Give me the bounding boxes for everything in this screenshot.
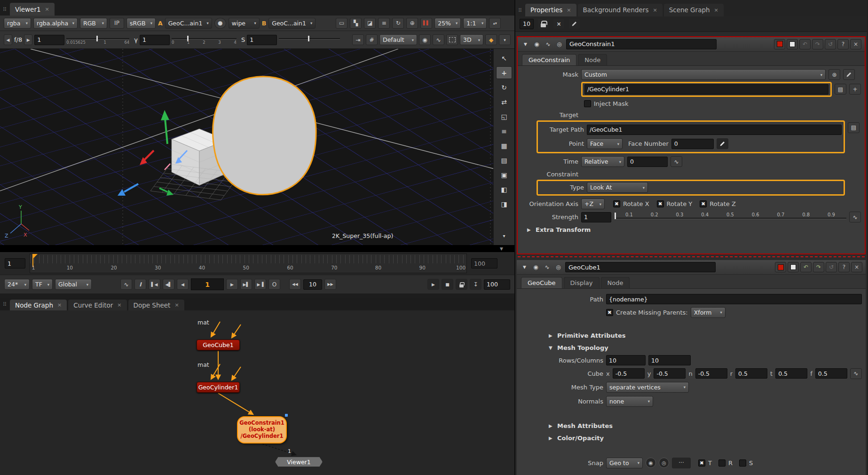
color-opacity-expander[interactable]: ▶ Color/Opacity	[549, 432, 862, 444]
input-mode-button[interactable]: I	[134, 279, 146, 290]
curve-editor-icon[interactable]: ∿	[543, 264, 552, 270]
panel-divider[interactable]	[518, 256, 865, 260]
snap-t-checkbox[interactable]: ✖	[698, 459, 705, 467]
tab-curve-editor[interactable]: Curve Editor ×	[68, 300, 126, 310]
flipbook-play-button[interactable]: ▶	[427, 279, 439, 290]
rotate-tool-icon[interactable]: ↻	[496, 81, 512, 94]
3d-viewport[interactable]: Y Z X 2K_Super_35(full-ap)	[0, 49, 493, 245]
textured-display-icon[interactable]: ▣	[496, 168, 512, 181]
wipe-mode-dropdown[interactable]: wipe▾	[229, 18, 260, 29]
mask-dropdown[interactable]: Custom▾	[581, 69, 826, 80]
time-dropdown[interactable]: Relative▾	[581, 156, 624, 167]
undo-button[interactable]: ↶	[800, 262, 812, 272]
current-frame-display[interactable]: 1	[191, 278, 224, 290]
close-icon[interactable]: ×	[45, 6, 49, 12]
dim-t-input[interactable]	[775, 368, 807, 379]
snap-geo-icon[interactable]: ◉	[646, 458, 656, 468]
proxy-people-icon[interactable]: ◉	[419, 34, 431, 45]
next-keyframe-button[interactable]: ▶▌	[240, 279, 252, 290]
render-mode-icon[interactable]: ◨	[496, 198, 512, 210]
range-in-input[interactable]	[5, 258, 25, 269]
face-picker-button[interactable]	[717, 138, 728, 149]
frame-step-input[interactable]	[303, 279, 322, 290]
normals-dropdown[interactable]: none▾	[606, 396, 653, 407]
constraint-type-dropdown[interactable]: Look At▾	[587, 182, 648, 193]
tab-scene-graph[interactable]: Scene Graph ×	[664, 4, 724, 16]
lighting-display-icon[interactable]: ◧	[496, 183, 512, 196]
wipe-split-icon[interactable]: ◪	[364, 18, 376, 29]
play-backward-button[interactable]: ◀	[177, 279, 189, 290]
pause-button[interactable]: ▌▌	[420, 18, 432, 29]
undo-button[interactable]: ↶	[799, 39, 811, 49]
prev-keyframe-button[interactable]: ◀▌	[163, 279, 174, 290]
snapshot-icon[interactable]: ◆	[485, 34, 497, 45]
goto-end-button[interactable]: ▶▐	[254, 279, 266, 290]
edit-button[interactable]	[568, 18, 580, 29]
scene-graph-browse-button[interactable]: ▤	[848, 122, 860, 133]
inject-mask-checkbox[interactable]	[584, 100, 591, 107]
toolbar-collapse-icon[interactable]: ▴▾	[489, 18, 501, 29]
collapse-panel-icon[interactable]: ▼	[521, 42, 530, 47]
retime-icon[interactable]: ∿	[120, 279, 132, 290]
gain-input[interactable]	[34, 35, 64, 45]
path-input[interactable]	[606, 294, 862, 304]
snap-more-button[interactable]: ···	[672, 458, 691, 468]
strip-collapse-icon[interactable]: ▾	[496, 230, 512, 242]
max-panels-input[interactable]	[520, 19, 534, 29]
panel-grip-icon[interactable]: ⠿	[517, 8, 524, 16]
dim-r-input[interactable]	[735, 368, 767, 379]
input-a-swatch-icon[interactable]: ●	[214, 18, 226, 29]
mask-list-button[interactable]: ▤	[835, 84, 846, 95]
lock-panels-button[interactable]	[537, 18, 549, 29]
rotate-y-checkbox[interactable]: ✖	[657, 200, 664, 207]
snap-dropdown[interactable]: Geo to▾	[606, 458, 643, 468]
node-name-input[interactable]	[565, 262, 716, 272]
lock-range-button[interactable]	[456, 279, 467, 290]
profile-button[interactable]	[787, 39, 798, 49]
close-icon[interactable]: ×	[653, 7, 657, 13]
node-color-button[interactable]	[774, 39, 785, 49]
loop-mode-button[interactable]: O	[268, 279, 280, 290]
step-forward-button[interactable]: ▶▶	[324, 279, 336, 290]
geocylinder-object[interactable]	[213, 77, 316, 195]
play-forward-button[interactable]: ▶	[226, 279, 238, 290]
tab-node-graph[interactable]: Node Graph ×	[10, 300, 67, 310]
target-path-input[interactable]	[587, 125, 842, 135]
tab-geoconstrain[interactable]: GeoConstrain	[522, 54, 576, 65]
extra-transform-expander[interactable]: ▶ Extra Transform	[527, 224, 861, 236]
node-geoconstrain1-selected[interactable]: GeoConstrain1 (look-at) /GeoCylinder1	[237, 416, 287, 443]
node-geocylinder1[interactable]: GeoCylinder1	[197, 382, 240, 393]
slider-handle[interactable]	[615, 213, 616, 219]
dim-y-input[interactable]	[654, 368, 686, 379]
guides-icon[interactable]: #	[366, 34, 378, 45]
frame-range-dropdown[interactable]: Global▾	[55, 279, 92, 290]
rotate-z-checkbox[interactable]: ✖	[700, 200, 707, 207]
mesh-attributes-expander[interactable]: ▶ Mesh Attributes	[549, 420, 862, 432]
mesh-topology-expander[interactable]: ▼ Mesh Topology	[549, 341, 862, 354]
input-b-dropdown[interactable]: GeoC...ain1▾	[268, 18, 316, 29]
mesh-type-dropdown[interactable]: separate vertices▾	[606, 382, 689, 393]
3d-viewport-canvas[interactable]: Y Z X 2K_Super_35(full-ap)	[0, 49, 493, 245]
primitive-attributes-expander[interactable]: ▶ Primitive Attributes	[549, 329, 862, 341]
profile-button[interactable]	[788, 262, 799, 272]
time-curve-button[interactable]: ∿	[671, 156, 682, 167]
tab-node[interactable]: Node	[578, 54, 607, 65]
move-tool-icon[interactable]: ⇄	[496, 95, 512, 108]
playback-out-display[interactable]: 100	[484, 279, 510, 290]
channels-dropdown[interactable]: rgba▾	[4, 18, 31, 29]
close-panel-button[interactable]: ×	[851, 262, 862, 272]
tab-properties[interactable]: Properties ×	[525, 4, 576, 16]
step-back-button[interactable]: ◀◀	[289, 279, 301, 290]
refresh-icon[interactable]: ↻	[392, 18, 404, 29]
gain-slider[interactable]: 0.015625 1 64	[66, 34, 129, 46]
rows-input[interactable]	[606, 355, 646, 365]
display-window-icon[interactable]: ▭	[336, 18, 347, 29]
panel-grip-icon[interactable]: ⠿	[2, 7, 8, 16]
input-process-toggle[interactable]: IP	[110, 18, 124, 29]
proxy-ratio-dropdown[interactable]: 1:1▾	[463, 18, 487, 29]
scale-tool-icon[interactable]: ◱	[496, 110, 512, 123]
cache-download-button[interactable]: ↧	[470, 279, 481, 290]
collapse-panel-icon[interactable]: ▼	[520, 265, 529, 269]
time-offset-input[interactable]	[627, 157, 668, 167]
fstop-down-button[interactable]: ◀	[4, 34, 12, 45]
